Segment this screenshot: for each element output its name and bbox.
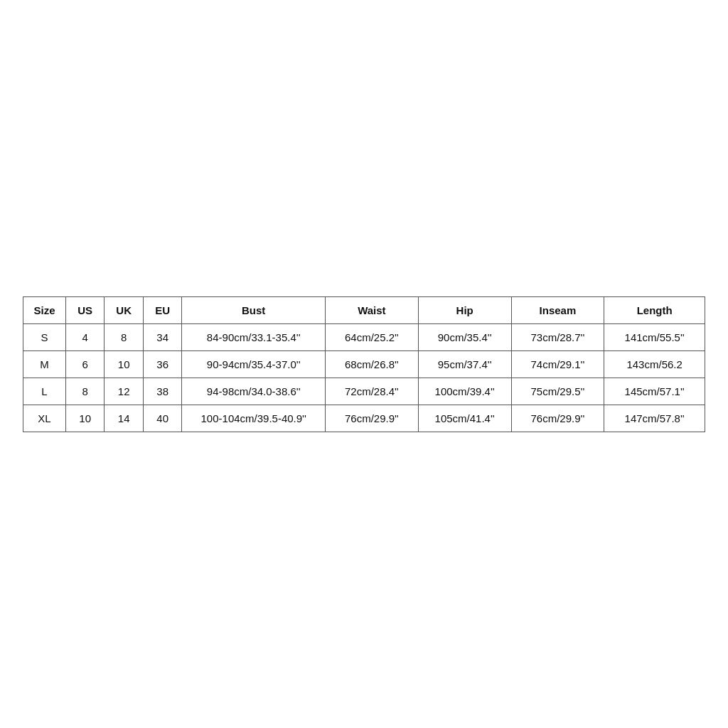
cell-bust: 84-90cm/33.1-35.4'' bbox=[182, 323, 326, 350]
cell-inseam: 73cm/28.7'' bbox=[511, 323, 604, 350]
cell-eu: 40 bbox=[143, 405, 181, 432]
cell-us: 4 bbox=[65, 323, 104, 350]
cell-size: M bbox=[23, 350, 66, 378]
cell-us: 6 bbox=[65, 350, 104, 378]
cell-hip: 105cm/41.4'' bbox=[418, 405, 511, 432]
cell-size: S bbox=[23, 323, 66, 350]
cell-bust: 94-98cm/34.0-38.6'' bbox=[182, 378, 326, 405]
cell-length: 145cm/57.1'' bbox=[604, 378, 705, 405]
cell-waist: 76cm/29.9'' bbox=[325, 405, 418, 432]
table-row: S483484-90cm/33.1-35.4''64cm/25.2''90cm/… bbox=[23, 323, 705, 350]
cell-inseam: 76cm/29.9'' bbox=[511, 405, 604, 432]
cell-uk: 10 bbox=[105, 350, 143, 378]
cell-hip: 95cm/37.4'' bbox=[418, 350, 511, 378]
header-length: Length bbox=[604, 296, 705, 323]
table-row: XL101440100-104cm/39.5-40.9''76cm/29.9''… bbox=[23, 405, 705, 432]
cell-hip: 90cm/35.4'' bbox=[418, 323, 511, 350]
cell-waist: 64cm/25.2'' bbox=[325, 323, 418, 350]
cell-length: 143cm/56.2 bbox=[604, 350, 705, 378]
cell-eu: 38 bbox=[143, 378, 181, 405]
header-us: US bbox=[65, 296, 104, 323]
cell-waist: 68cm/26.8'' bbox=[325, 350, 418, 378]
header-uk: UK bbox=[105, 296, 143, 323]
cell-us: 8 bbox=[65, 378, 104, 405]
header-waist: Waist bbox=[325, 296, 418, 323]
table-row: L8123894-98cm/34.0-38.6''72cm/28.4''100c… bbox=[23, 378, 705, 405]
size-chart-table: Size US UK EU Bust Waist Hip Inseam Leng… bbox=[23, 296, 705, 432]
cell-eu: 36 bbox=[143, 350, 181, 378]
cell-size: XL bbox=[23, 405, 66, 432]
cell-length: 141cm/55.5'' bbox=[604, 323, 705, 350]
cell-us: 10 bbox=[65, 405, 104, 432]
size-chart-container: Size US UK EU Bust Waist Hip Inseam Leng… bbox=[23, 296, 705, 432]
cell-eu: 34 bbox=[143, 323, 181, 350]
cell-hip: 100cm/39.4'' bbox=[418, 378, 511, 405]
header-hip: Hip bbox=[418, 296, 511, 323]
table-header-row: Size US UK EU Bust Waist Hip Inseam Leng… bbox=[23, 296, 705, 323]
table-row: M6103690-94cm/35.4-37.0''68cm/26.8''95cm… bbox=[23, 350, 705, 378]
cell-bust: 100-104cm/39.5-40.9'' bbox=[182, 405, 326, 432]
cell-inseam: 75cm/29.5'' bbox=[511, 378, 604, 405]
cell-uk: 12 bbox=[105, 378, 143, 405]
cell-inseam: 74cm/29.1'' bbox=[511, 350, 604, 378]
header-size: Size bbox=[23, 296, 66, 323]
cell-size: L bbox=[23, 378, 66, 405]
cell-length: 147cm/57.8'' bbox=[604, 405, 705, 432]
cell-waist: 72cm/28.4'' bbox=[325, 378, 418, 405]
cell-uk: 14 bbox=[105, 405, 143, 432]
cell-uk: 8 bbox=[105, 323, 143, 350]
cell-bust: 90-94cm/35.4-37.0'' bbox=[182, 350, 326, 378]
header-eu: EU bbox=[143, 296, 181, 323]
header-inseam: Inseam bbox=[511, 296, 604, 323]
header-bust: Bust bbox=[182, 296, 326, 323]
